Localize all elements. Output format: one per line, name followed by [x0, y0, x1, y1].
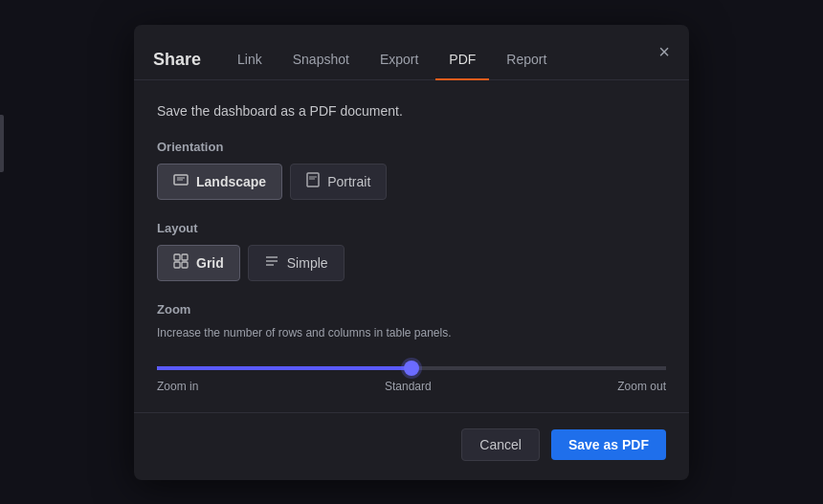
simple-label: Simple — [287, 255, 328, 271]
left-bar — [0, 115, 4, 172]
simple-icon — [264, 253, 279, 273]
zoom-section: Zoom Increase the number of rows and col… — [157, 302, 666, 393]
zoom-slider-labels: Zoom in Standard Zoom out — [157, 380, 666, 393]
tab-report[interactable]: Report — [493, 40, 560, 80]
simple-button[interactable]: Simple — [248, 245, 345, 281]
tab-snapshot[interactable]: Snapshot — [279, 40, 363, 80]
tab-link[interactable]: Link — [224, 40, 276, 80]
zoom-slider[interactable] — [157, 366, 666, 370]
grid-button[interactable]: Grid — [157, 245, 240, 281]
grid-label: Grid — [196, 255, 224, 271]
landscape-icon — [173, 172, 189, 191]
grid-icon — [173, 253, 189, 273]
landscape-button[interactable]: Landscape — [157, 164, 282, 200]
cancel-button[interactable]: Cancel — [461, 428, 540, 461]
tab-bar: Link Snapshot Export PDF Report — [224, 40, 560, 79]
modal-title: Share — [153, 50, 201, 70]
modal-header: Share Link Snapshot Export PDF Report × — [134, 25, 689, 80]
orientation-label: Orientation — [157, 140, 666, 154]
landscape-label: Landscape — [196, 174, 266, 189]
modal-description: Save the dashboard as a PDF document. — [157, 103, 666, 119]
svg-rect-7 — [182, 254, 188, 260]
layout-options: Grid Simple — [157, 245, 666, 281]
svg-rect-8 — [174, 262, 180, 268]
modal-footer: Cancel Save as PDF — [134, 412, 689, 480]
zoom-label-center: Standard — [385, 380, 432, 393]
modal-body: Save the dashboard as a PDF document. Or… — [134, 80, 689, 412]
zoom-label: Zoom — [157, 302, 666, 317]
svg-rect-3 — [307, 173, 319, 186]
save-pdf-button[interactable]: Save as PDF — [551, 429, 666, 460]
portrait-label: Portrait — [327, 174, 370, 189]
share-modal: Share Link Snapshot Export PDF Report × … — [134, 25, 689, 480]
svg-rect-6 — [174, 254, 180, 260]
tab-export[interactable]: Export — [367, 40, 432, 80]
layout-section: Layout Grid — [157, 221, 666, 281]
zoom-slider-container: Zoom in Standard Zoom out — [157, 357, 666, 393]
portrait-icon — [306, 172, 320, 191]
backdrop: Share Link Snapshot Export PDF Report × … — [0, 0, 823, 504]
zoom-description: Increase the number of rows and columns … — [157, 326, 666, 340]
svg-rect-9 — [182, 262, 188, 268]
close-button[interactable]: × — [655, 38, 674, 65]
zoom-label-right: Zoom out — [617, 380, 666, 393]
portrait-button[interactable]: Portrait — [290, 164, 387, 200]
zoom-label-left: Zoom in — [157, 380, 198, 393]
orientation-options: Landscape Portrait — [157, 164, 666, 200]
tab-pdf[interactable]: PDF — [435, 40, 489, 80]
layout-label: Layout — [157, 221, 666, 235]
orientation-section: Orientation Landscape — [157, 140, 666, 200]
